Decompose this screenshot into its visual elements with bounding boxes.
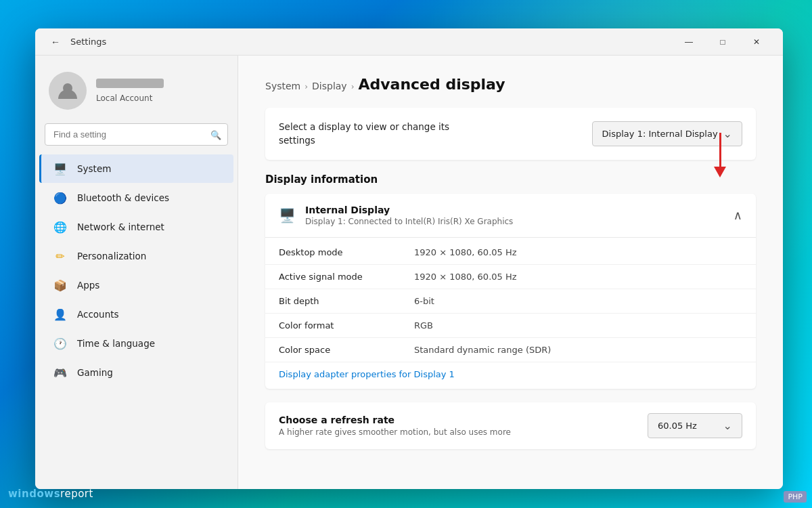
row-label-signal-mode: Active signal mode	[279, 272, 414, 282]
info-card-subtitle: Display 1: Connected to Intel(R) Iris(R)…	[305, 217, 513, 226]
time-icon: 🕐	[53, 336, 68, 351]
sidebar-item-accounts-label: Accounts	[77, 309, 119, 320]
search-icon: 🔍	[210, 129, 221, 140]
table-row: Bit depth 6-bit	[265, 289, 756, 314]
sidebar-item-gaming-label: Gaming	[77, 367, 113, 378]
row-label-color-format: Color format	[279, 320, 414, 331]
sidebar-item-personalization-label: Personalization	[77, 251, 146, 261]
user-icon	[57, 80, 78, 102]
sidebar-item-gaming[interactable]: 🎮 Gaming	[39, 358, 233, 387]
sidebar-item-bluetooth[interactable]: 🔵 Bluetooth & devices	[39, 184, 233, 212]
display-selector-label: Select a display to view or change its s…	[279, 120, 468, 148]
maximize-button[interactable]: □	[707, 31, 738, 53]
refresh-rate-title: Choose a refresh rate	[279, 415, 511, 425]
sidebar-item-system[interactable]: 🖥️ System	[39, 154, 233, 183]
breadcrumb-sep-1: ›	[304, 82, 308, 91]
accounts-icon: 👤	[53, 307, 68, 322]
table-row: Active signal mode 1920 × 1080, 60.05 Hz	[265, 265, 756, 289]
sidebar: Local Account 🔍 🖥️ System 🔵 Bluetooth & …	[35, 56, 238, 489]
refresh-rate-dropdown-arrow: ⌄	[723, 419, 732, 432]
sidebar-item-network[interactable]: 🌐 Network & internet	[39, 213, 233, 241]
sidebar-item-personalization[interactable]: ✏️ Personalization	[39, 242, 233, 270]
section-title-display-info: Display information	[265, 173, 756, 186]
refresh-rate-selected: 60.05 Hz	[658, 421, 697, 431]
display-dropdown-arrow: ⌄	[723, 127, 732, 140]
table-row: Color format RGB	[265, 314, 756, 338]
row-label-bit-depth: Bit depth	[279, 296, 414, 306]
close-button[interactable]: ✕	[741, 31, 772, 53]
gaming-icon: 🎮	[53, 365, 68, 380]
row-value-bit-depth: 6-bit	[414, 296, 434, 306]
sidebar-item-time-label: Time & language	[77, 338, 155, 349]
breadcrumb: System › Display › Advanced display	[265, 76, 756, 93]
window-title: Settings	[70, 37, 106, 47]
settings-window: ← Settings — □ ✕ Local Account	[35, 28, 783, 489]
row-value-signal-mode: 1920 × 1080, 60.05 Hz	[414, 272, 517, 282]
title-bar: ← Settings — □ ✕	[35, 28, 783, 56]
network-icon: 🌐	[53, 219, 68, 234]
search-input[interactable]	[45, 123, 228, 146]
avatar	[49, 72, 87, 110]
main-content: Local Account 🔍 🖥️ System 🔵 Bluetooth & …	[35, 56, 783, 489]
user-profile: Local Account	[35, 61, 238, 123]
user-name-blurred	[96, 79, 164, 88]
sidebar-item-network-label: Network & internet	[77, 221, 164, 232]
apps-icon: 📦	[53, 278, 68, 293]
adapter-link[interactable]: Display adapter properties for Display 1	[265, 362, 756, 386]
refresh-rate-dropdown[interactable]: 60.05 Hz ⌄	[648, 413, 742, 438]
refresh-rate-subtitle: A higher rate gives smoother motion, but…	[279, 427, 511, 437]
info-card-title: Internal Display	[305, 205, 513, 215]
breadcrumb-system[interactable]: System	[265, 81, 300, 91]
display-selector-card: Select a display to view or change its s…	[265, 108, 756, 160]
breadcrumb-current: Advanced display	[358, 76, 505, 93]
row-label-color-space: Color space	[279, 345, 414, 355]
row-value-desktop-mode: 1920 × 1080, 60.05 Hz	[414, 247, 517, 257]
watermark-windows: windowsreport	[8, 488, 93, 500]
info-card-header: 🖥️ Internal Display Display 1: Connected…	[265, 194, 756, 238]
info-card-body: Desktop mode 1920 × 1080, 60.05 Hz Activ…	[265, 238, 756, 389]
table-row: Desktop mode 1920 × 1080, 60.05 Hz	[265, 240, 756, 265]
sidebar-item-system-label: System	[77, 163, 111, 174]
sidebar-nav: 🖥️ System 🔵 Bluetooth & devices 🌐 Networ…	[35, 154, 238, 387]
sidebar-item-accounts[interactable]: 👤 Accounts	[39, 300, 233, 329]
watermark-php: PHP	[784, 491, 807, 503]
search-box: 🔍	[45, 123, 228, 146]
breadcrumb-sep-2: ›	[351, 82, 355, 91]
user-info: Local Account	[96, 79, 164, 104]
user-label: Local Account	[96, 93, 152, 103]
collapse-icon[interactable]: ∧	[734, 208, 742, 222]
info-card-header-left: 🖥️ Internal Display Display 1: Connected…	[279, 205, 513, 226]
display-selected-value: Display 1: Internal Display	[602, 129, 718, 139]
refresh-card-text: Choose a refresh rate A higher rate give…	[279, 415, 511, 437]
window-controls: — □ ✕	[673, 31, 772, 53]
sidebar-item-apps-label: Apps	[77, 280, 99, 291]
table-row: Color space Standard dynamic range (SDR)	[265, 338, 756, 362]
system-icon: 🖥️	[53, 161, 68, 176]
info-card-title-group: Internal Display Display 1: Connected to…	[305, 205, 513, 226]
personalization-icon: ✏️	[53, 249, 68, 263]
back-button[interactable]: ←	[46, 33, 65, 51]
row-value-color-space: Standard dynamic range (SDR)	[414, 345, 551, 355]
monitor-icon: 🖥️	[279, 207, 296, 224]
sidebar-item-bluetooth-label: Bluetooth & devices	[77, 192, 169, 203]
display-info-card: 🖥️ Internal Display Display 1: Connected…	[265, 194, 756, 389]
watermark-logo: windowsreport	[8, 488, 93, 500]
refresh-rate-card: Choose a refresh rate A higher rate give…	[265, 402, 756, 449]
breadcrumb-display[interactable]: Display	[312, 81, 347, 91]
row-value-color-format: RGB	[414, 320, 433, 331]
sidebar-item-time[interactable]: 🕐 Time & language	[39, 329, 233, 358]
minimize-button[interactable]: —	[673, 31, 704, 53]
row-label-desktop-mode: Desktop mode	[279, 247, 414, 257]
display-dropdown[interactable]: Display 1: Internal Display ⌄	[592, 121, 742, 146]
right-panel: System › Display › Advanced display Sele…	[238, 56, 783, 489]
bluetooth-icon: 🔵	[53, 190, 68, 205]
sidebar-item-apps[interactable]: 📦 Apps	[39, 271, 233, 299]
